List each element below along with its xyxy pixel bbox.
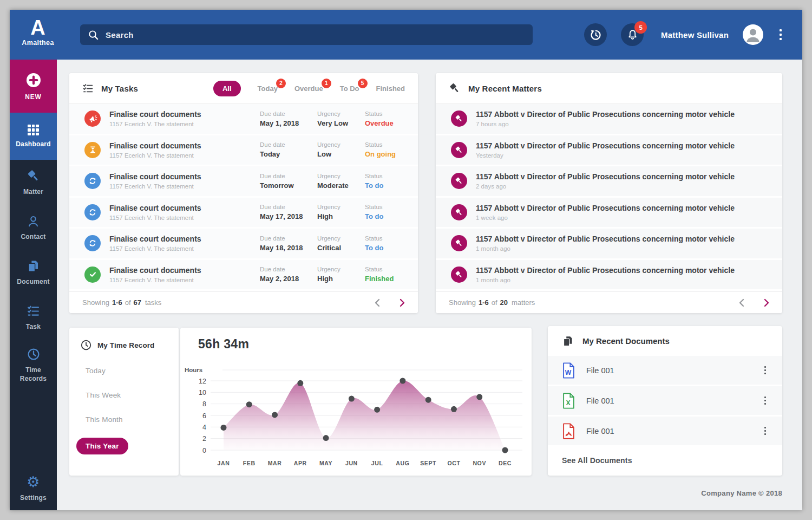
svg-text:JUN: JUN	[345, 460, 358, 466]
matter-text: 1157 Abbott v Director of Public Prosecu…	[476, 266, 735, 283]
sidebar-item-time-records[interactable]: Time Records	[10, 340, 57, 391]
task-row[interactable]: Finalise court documents 1157 Ecerich V.…	[69, 260, 418, 290]
sidebar-item-document[interactable]: Document	[10, 250, 57, 295]
tab-todo[interactable]: To Do5	[340, 84, 359, 93]
matter-gavel-icon	[451, 235, 467, 251]
task-due: Due dateMay 2, 2018	[260, 266, 317, 283]
document-name: File 001	[586, 427, 614, 435]
avatar[interactable]	[743, 24, 763, 45]
prev-page-button[interactable]	[375, 298, 380, 307]
sidebar-item-matter[interactable]: Matter	[10, 160, 57, 205]
sidebar-label: NEW	[25, 93, 41, 101]
document-kebab-menu[interactable]	[762, 364, 769, 377]
task-row[interactable]: Finalise court documents 1157 Ecerich V.…	[69, 135, 418, 165]
matter-row[interactable]: 1157 Abbott v Director of Public Prosecu…	[436, 198, 782, 227]
document-row[interactable]: W File 001	[548, 356, 782, 385]
topbar-kebab-menu[interactable]	[777, 27, 784, 42]
history-button[interactable]	[584, 23, 607, 46]
tab-all[interactable]: All	[213, 81, 241, 96]
task-row[interactable]: Finalise court documents 1157 Ecerich V.…	[69, 166, 418, 196]
see-all-documents-link[interactable]: See All Documents	[548, 447, 782, 473]
tab-overdue[interactable]: Overdue1	[294, 84, 323, 93]
tab-finished[interactable]: Finished	[376, 84, 405, 93]
sidebar-item-dashboard[interactable]: Dashboard	[10, 113, 57, 160]
matter-row[interactable]: 1157 Abbott v Director of Public Prosecu…	[436, 229, 782, 258]
matter-text: 1157 Abbott v Director of Public Prosecu…	[476, 204, 735, 221]
plus-circle-icon	[25, 72, 42, 88]
time-record-header: My Time Record	[69, 328, 179, 351]
search-input[interactable]	[106, 30, 525, 40]
task-text: Finalise court documents 1157 Ecerich V.…	[109, 141, 260, 159]
document-name: File 001	[586, 396, 614, 405]
document-kebab-menu[interactable]	[762, 425, 769, 438]
sidebar-label: Settings	[20, 494, 47, 502]
sidebar-label: Task	[26, 323, 41, 330]
matter-row[interactable]: 1157 Abbott v Director of Public Prosecu…	[436, 166, 782, 196]
task-status: StatusTo do	[365, 235, 412, 252]
time-filters: Today This Week This Month This Year	[69, 367, 179, 454]
notifications-button[interactable]: 5	[621, 23, 644, 46]
sync-icon	[84, 235, 101, 251]
task-row[interactable]: Finalise court documents 1157 Ecerich V.…	[69, 229, 418, 258]
task-title: Finalise court documents	[109, 235, 260, 243]
filter-this-year[interactable]: This Year	[76, 438, 128, 454]
matter-time: 1 month ago	[476, 245, 735, 252]
matter-text: 1157 Abbott v Director of Public Prosecu…	[476, 172, 735, 190]
next-page-button[interactable]	[764, 298, 769, 307]
task-title: Finalise court documents	[109, 204, 260, 212]
matter-row[interactable]: 1157 Abbott v Director of Public Prosecu…	[436, 104, 782, 134]
matters-title: My Recent Matters	[468, 84, 542, 93]
tasks-tab-bar: All Today2 Overdue1 To Do5 Finished	[213, 81, 405, 96]
task-row[interactable]: Finalise court documents 1157 Ecerich V.…	[69, 104, 418, 134]
matter-title: 1157 Abbott v Director of Public Prosecu…	[476, 266, 735, 275]
document-name: File 001	[586, 366, 614, 375]
recent-matters-panel: My Recent Matters 1157 Abbott v Director…	[436, 73, 782, 313]
matters-pager	[739, 298, 769, 307]
sidebar-item-contact[interactable]: Contact	[10, 205, 57, 250]
filter-this-week[interactable]: This Week	[86, 391, 121, 399]
matter-gavel-icon	[451, 173, 467, 189]
matter-row[interactable]: 1157 Abbott v Director of Public Prosecu…	[436, 135, 782, 165]
matter-time: 7 hours ago	[476, 121, 735, 127]
task-urgency: UrgencyCritical	[317, 235, 365, 252]
task-status: StatusOverdue	[365, 110, 412, 127]
topbar-actions: 5 Matthew Sullivan	[584, 10, 784, 60]
tab-today[interactable]: Today2	[258, 84, 278, 93]
my-tasks-panel: My Tasks All Today2 Overdue1 To Do5 Fini…	[69, 73, 418, 313]
gavel-icon	[27, 169, 41, 183]
task-status: StatusOn going	[365, 141, 412, 158]
document-kebab-menu[interactable]	[762, 394, 769, 407]
matter-gavel-icon	[451, 204, 467, 220]
hourglass-icon	[84, 142, 101, 158]
sidebar-item-new[interactable]: NEW	[10, 60, 57, 113]
matter-title: 1157 Abbott v Director of Public Prosecu…	[476, 204, 735, 212]
word-file-icon: W	[562, 362, 575, 379]
logo-letter: A	[10, 17, 66, 38]
sidebar-item-task[interactable]: Task	[10, 295, 57, 340]
svg-text:OCT: OCT	[447, 460, 460, 466]
document-row[interactable]: X File 001	[548, 386, 782, 415]
sidebar-item-settings[interactable]: ⚙ Settings	[10, 466, 57, 510]
clock-icon	[27, 347, 41, 361]
svg-text:MAY: MAY	[319, 460, 332, 466]
document-row[interactable]: File 001	[548, 417, 782, 445]
filter-today[interactable]: Today	[86, 367, 106, 375]
svg-text:AUG: AUG	[396, 460, 409, 466]
svg-text:12: 12	[199, 378, 206, 385]
task-urgency: UrgencyModerate	[317, 173, 365, 190]
matter-row[interactable]: 1157 Abbott v Director of Public Prosecu…	[436, 260, 782, 290]
gavel-icon	[449, 82, 461, 94]
filter-this-month[interactable]: This Month	[86, 415, 123, 424]
svg-text:APR: APR	[294, 460, 307, 466]
next-page-button[interactable]	[400, 298, 405, 307]
search-bar[interactable]	[80, 24, 533, 45]
svg-text:8: 8	[202, 400, 206, 408]
prev-page-button[interactable]	[739, 298, 744, 307]
task-due: Due dateToday	[260, 141, 317, 158]
task-row[interactable]: Finalise court documents 1157 Ecerich V.…	[69, 198, 418, 227]
app-logo[interactable]: A Amalthea	[10, 10, 66, 60]
svg-text:6: 6	[202, 412, 206, 420]
recent-documents-panel: My Recent Documents W File 001 X File 00…	[548, 326, 782, 476]
clock-icon	[80, 339, 92, 351]
documents-title: My Recent Documents	[582, 336, 670, 346]
